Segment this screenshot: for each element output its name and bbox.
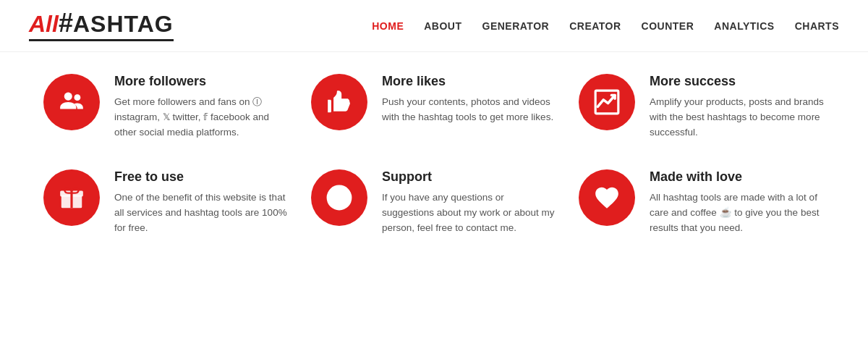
feature-title-success: More success	[650, 74, 825, 89]
feature-item-love: Made with loveAll hashtag tools are made…	[579, 169, 825, 236]
logo-underline	[29, 39, 174, 41]
nav-item-charts[interactable]: CHARTS	[795, 20, 839, 32]
feature-title-followers: More followers	[114, 74, 289, 89]
nav-item-about[interactable]: ABOUT	[424, 20, 461, 32]
feature-content-support: SupportIf you have any questions or sugg…	[382, 169, 557, 236]
feature-desc-free: One of the benefit of this website is th…	[114, 190, 289, 236]
feature-title-support: Support	[382, 169, 557, 185]
heart-icon	[579, 169, 635, 226]
feature-content-success: More successAmplify your products, posts…	[650, 74, 825, 140]
features-grid: More followersGet more followers and fan…	[43, 74, 825, 236]
feature-desc-success: Amplify your products, posts and brands …	[650, 95, 825, 140]
feature-desc-support: If you have any questions or suggestions…	[382, 190, 557, 236]
svg-point-1	[74, 94, 80, 101]
feature-desc-love: All hashtag tools are made with a lot of…	[650, 190, 825, 236]
feature-item-support: SupportIf you have any questions or sugg…	[311, 169, 557, 236]
feature-desc-followers: Get more followers and fans on Ⓘ instagr…	[114, 95, 289, 140]
lifesaver-icon	[311, 169, 367, 226]
nav-item-counter[interactable]: COUNTER	[642, 20, 694, 32]
feature-desc-likes: Push your contents, photos and videos wi…	[382, 95, 557, 125]
nav-item-creator[interactable]: CREATOR	[569, 20, 621, 32]
nav-item-home[interactable]: HOME	[372, 20, 404, 32]
logo-hash: #	[59, 10, 73, 36]
feature-content-followers: More followersGet more followers and fan…	[114, 74, 289, 140]
feature-item-followers: More followersGet more followers and fan…	[43, 74, 289, 140]
thumbs-up-icon	[311, 74, 367, 130]
feature-item-free: Free to useOne of the benefit of this we…	[43, 169, 289, 236]
nav-item-analytics[interactable]: ANALYTICS	[714, 20, 774, 32]
feature-item-likes: More likesPush your contents, photos and…	[311, 74, 557, 140]
logo-text: ASHTAG	[73, 11, 174, 38]
logo-all: All	[29, 12, 59, 35]
feature-item-success: More successAmplify your products, posts…	[579, 74, 825, 140]
main-content: More followersGet more followers and fan…	[0, 52, 868, 265]
feature-title-likes: More likes	[382, 74, 557, 89]
feature-title-free: Free to use	[114, 169, 289, 185]
svg-point-0	[64, 93, 72, 101]
header: All # ASHTAG HOMEABOUTGENERATORCREATORCO…	[0, 0, 868, 52]
logo: All # ASHTAG	[29, 10, 174, 41]
feature-title-love: Made with love	[650, 169, 825, 185]
gift-icon	[43, 169, 100, 226]
feature-content-love: Made with loveAll hashtag tools are made…	[650, 169, 825, 236]
chart-up-icon	[579, 74, 635, 130]
main-nav: HOMEABOUTGENERATORCREATORCOUNTERANALYTIC…	[372, 20, 839, 32]
feature-content-free: Free to useOne of the benefit of this we…	[114, 169, 289, 236]
users-icon	[43, 74, 100, 130]
nav-item-generator[interactable]: GENERATOR	[482, 20, 550, 32]
svg-point-7	[335, 193, 344, 202]
feature-content-likes: More likesPush your contents, photos and…	[382, 74, 557, 125]
